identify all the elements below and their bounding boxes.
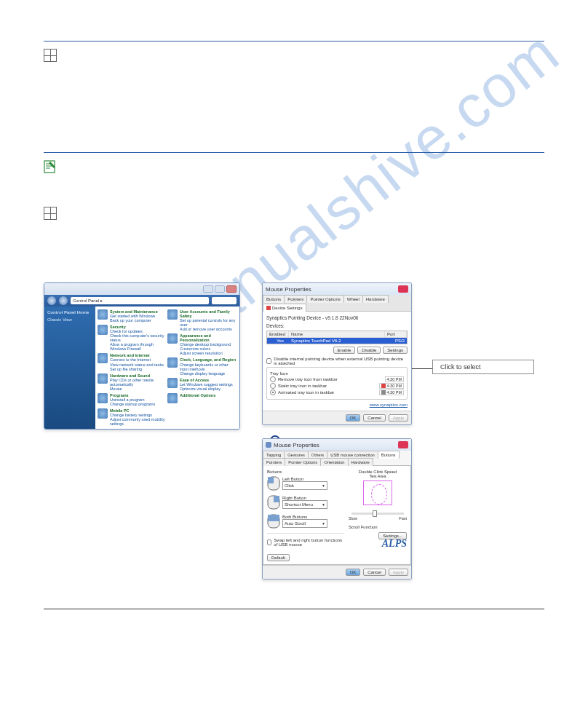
device-list: Enabled Name Port Yes Synaptics TouchPad… [266,331,408,344]
default-button[interactable]: Default [267,554,290,561]
speed-slider[interactable] [351,513,404,515]
section-divider [44,152,544,153]
both-buttons-select[interactable]: Auto Scroll▼ [282,519,327,528]
category-link[interactable]: Adjust commonly used mobility settings [110,417,167,426]
tray-preview: 4:30 PM [379,383,404,389]
category-icon [167,333,178,344]
tab[interactable]: Pointers [284,295,307,303]
step-icon [44,207,57,220]
device-row[interactable]: Yes Synaptics TouchPad V6.2 PS/2 [267,338,407,344]
category-link[interactable]: Change startup programs [110,402,155,406]
tray-preview: 4:30 PM [385,376,404,382]
swap-checkbox[interactable] [267,539,271,545]
cp-category[interactable]: Appearance and PersonalizationChange des… [167,333,237,355]
cancel-button[interactable]: Cancel [363,569,386,576]
category-link[interactable]: View network status and tasks [110,363,164,367]
category-title[interactable]: Clock, Language, and Region [180,357,237,362]
cp-category[interactable]: System and MaintenanceGet started with W… [98,309,167,323]
tab[interactable]: Wheel [343,295,363,303]
settings-button[interactable]: Settings [383,347,408,354]
enable-button[interactable]: Enable [333,347,356,354]
category-link[interactable]: Adjust screen resolution [180,351,237,355]
window-titlebar [44,283,239,295]
tray-opt-remove[interactable] [270,376,276,382]
minimize-button[interactable] [203,285,213,293]
step-icon [44,49,57,62]
maximize-button[interactable] [215,285,225,293]
category-icon [167,393,178,403]
sidebar-link[interactable]: Classic View [47,317,92,322]
mouse-properties-alps: Mouse Properties TappingGesturesOthersUS… [262,438,412,580]
ok-button[interactable]: OK [346,414,361,422]
category-link[interactable]: Let Windows suggest settings [180,382,233,387]
scroll-function-label: Scroll Function [349,525,407,529]
disable-button[interactable]: Disable [357,347,381,354]
category-link[interactable]: Allow a program through Windows Firewall [110,342,167,351]
tab[interactable]: Pointer Options [306,295,343,303]
category-link[interactable]: Mouse [110,387,167,391]
tab[interactable]: Pointers [263,458,285,466]
tab[interactable]: Buttons [378,451,400,459]
close-button[interactable] [398,285,408,293]
note-icon [44,160,57,173]
dialog-title: Mouse Properties [266,286,311,293]
disable-external-label: Disable internal pointing device when ex… [274,357,408,365]
category-icon [98,309,108,320]
cp-category[interactable]: Network and InternetConnect to the Inter… [98,353,167,371]
category-title[interactable]: Additional Options [180,393,215,397]
disable-external-checkbox[interactable] [266,358,271,364]
right-button-select[interactable]: Shortcut Menu▼ [282,500,327,509]
category-link[interactable]: Back up your computer [110,318,158,323]
category-title[interactable]: Appearance and Personalization [180,333,237,342]
category-icon [167,309,178,320]
dialog-titlebar: Mouse Properties [263,439,411,451]
back-button[interactable] [47,296,56,305]
tab[interactable]: Hardware [348,458,373,466]
close-button[interactable] [398,441,408,448]
tab[interactable]: Pointer Options [285,458,321,466]
swap-label: Swap left and right button functions of … [274,538,344,547]
tab[interactable]: Device Settings [263,304,306,312]
cp-category[interactable]: Additional Options [167,393,237,403]
tab-bar: ButtonsPointersPointer OptionsWheelHardw… [263,295,411,312]
tab[interactable]: Orientation [320,458,348,466]
cp-category[interactable]: SecurityCheck for updatesCheck this comp… [98,325,167,351]
cp-category[interactable]: ProgramsUninstall a programChange startu… [98,393,167,406]
tray-opt-animated[interactable] [270,389,276,395]
cp-category[interactable]: Mobile PCChange battery settingsAdjust c… [98,408,167,426]
callout-label: Click to select [432,360,534,374]
tab[interactable]: Buttons [263,295,285,303]
ok-button[interactable]: OK [346,569,361,576]
category-link[interactable]: Add or remove user accounts [180,327,237,331]
synaptics-link[interactable]: www.synaptics.com [266,403,408,407]
cp-category[interactable]: Ease of AccessLet Windows suggest settin… [167,378,237,391]
tray-opt-static[interactable] [270,383,276,389]
control-panel-window: Control Panel ▸ Control Panel Home Class… [44,282,240,430]
left-button-select[interactable]: Click▼ [282,481,327,490]
cancel-button[interactable]: Cancel [363,414,386,422]
mouse-properties-synaptics: Mouse Properties ButtonsPointersPointer … [262,282,412,425]
section-divider [44,41,544,41]
double-click-test-area[interactable] [363,480,392,505]
category-link[interactable]: Set up parental controls for any user [180,318,237,327]
category-link[interactable]: Change display language [180,371,237,376]
cp-category[interactable]: Clock, Language, and RegionChange keyboa… [167,357,237,375]
close-button[interactable] [226,285,237,293]
category-icon [98,373,108,384]
category-link[interactable]: Check this computer's security status [110,333,167,342]
dialog-title: Mouse Properties [274,442,319,448]
cp-category[interactable]: User Accounts and Family SafetySet up pa… [167,309,237,331]
category-link[interactable]: Change keyboards or other input methods [180,363,237,371]
cp-category[interactable]: Hardware and SoundPlay CDs or other medi… [98,373,167,391]
search-input[interactable] [212,297,237,304]
category-link[interactable]: Optimize visual display [180,387,233,391]
apply-button[interactable]: Apply [389,414,408,422]
svg-rect-4 [268,515,279,521]
tab[interactable]: Hardware [362,295,389,303]
category-link[interactable]: Play CDs or other media automatically [110,378,167,387]
category-link[interactable]: Set up file sharing [110,367,164,371]
forward-button[interactable] [59,296,68,305]
apply-button[interactable]: Apply [389,569,408,576]
address-bar[interactable]: Control Panel ▸ [71,297,209,304]
category-title[interactable]: User Accounts and Family Safety [180,309,237,318]
